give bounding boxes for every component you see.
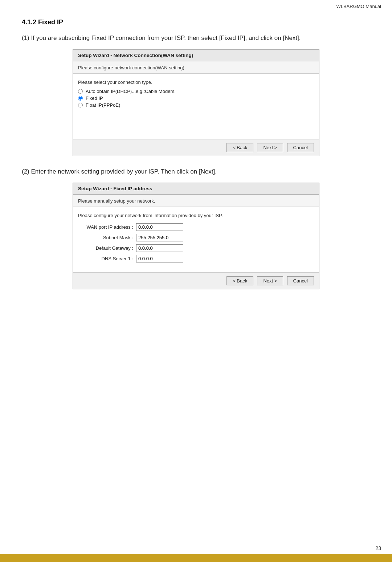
radio-fixed[interactable] [78,96,83,101]
footer-bar [0,554,392,562]
page-number: 23 [375,545,381,551]
page-content: 4.1.2 Fixed IP (1) If you are subscribin… [0,11,392,322]
radio-fixed-label: Fixed IP [86,95,103,101]
form-input-wan-ip[interactable] [136,223,183,231]
form-label-wan-ip: WAN port IP address : [78,224,136,230]
form-label-dns-server1: DNS Server 1 : [78,256,136,261]
form-label-default-gateway: Default Gateway : [78,245,136,251]
radio-item-dhcp: Auto obtain IP(DHCP)...e.g.:Cable Modem. [78,89,314,94]
radio-group: Auto obtain IP(DHCP)...e.g.:Cable Modem.… [78,89,314,108]
step1-text: (1) If you are subscribing Fixed IP conn… [22,33,370,43]
wizard1-footer: < Back Next > Cancel [73,139,319,156]
wizard2-subtitle: Please manually setup your network. [73,195,319,207]
wizard1-title: Setup Wizard - Network Connection(WAN se… [73,50,319,61]
wizard1-next-button[interactable]: Next > [257,143,283,152]
wizard2-box: Setup Wizard - Fixed IP address Please m… [73,183,319,289]
form-row-dns-server1: DNS Server 1 : [78,255,314,262]
section-heading: 4.1.2 Fixed IP [22,19,370,26]
radio-dhcp[interactable] [78,89,83,94]
radio-dhcp-label: Auto obtain IP(DHCP)...e.g.:Cable Modem. [86,89,176,94]
wizard1-subtitle: Please configure network connection(WAN … [73,61,319,74]
wizard1-body: Please select your connection type. Auto… [73,74,319,139]
radio-item-fixed: Fixed IP [78,95,314,101]
step2-text: (2) Enter the network setting provided b… [22,167,370,176]
wizard2-footer: < Back Next > Cancel [73,272,319,289]
wizard1-cancel-button[interactable]: Cancel [287,143,314,152]
connection-type-label: Please select your connection type. [78,80,314,85]
form-row-wan-ip: WAN port IP address : [78,223,314,231]
radio-pppoe[interactable] [78,103,83,107]
form-label-subnet-mask: Subnet Mask : [78,235,136,240]
manual-header: WLBARGMO Manual [0,0,392,11]
form-input-subnet-mask[interactable] [136,234,183,241]
manual-title: WLBARGMO Manual [336,4,381,9]
wizard2-back-button[interactable]: < Back [226,276,253,285]
radio-item-pppoe: Float IP(PPPoE) [78,102,314,108]
wizard2-title: Setup Wizard - Fixed IP address [73,183,319,195]
form-input-default-gateway[interactable] [136,244,183,252]
form-input-dns-server1[interactable] [136,255,183,262]
network-info-text: Please configure your network from infor… [78,213,314,218]
wizard2-next-button[interactable]: Next > [257,276,283,285]
form-row-subnet-mask: Subnet Mask : [78,234,314,241]
wizard1-box: Setup Wizard - Network Connection(WAN se… [73,49,319,156]
radio-pppoe-label: Float IP(PPPoE) [86,102,120,108]
wizard2-cancel-button[interactable]: Cancel [287,276,314,285]
form-table: WAN port IP address :Subnet Mask :Defaul… [78,223,314,262]
wizard2-body: Please configure your network from infor… [73,207,319,272]
wizard1-back-button[interactable]: < Back [226,143,253,152]
form-row-default-gateway: Default Gateway : [78,244,314,252]
